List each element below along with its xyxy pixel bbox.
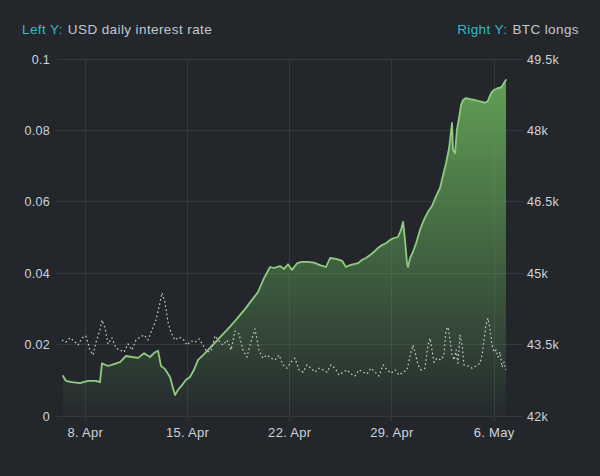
svg-text:8. Apr: 8. Apr — [67, 425, 103, 440]
svg-text:46.5k: 46.5k — [527, 195, 560, 209]
right-axis-tick-labels: 49.5k48k46.5k45k43.5k42k — [527, 53, 560, 424]
chart-header: Left Y:USD daily interest rate Right Y:B… — [22, 22, 579, 37]
svg-text:15. Apr: 15. Apr — [166, 425, 210, 440]
right-axis-title: Right Y:BTC longs — [457, 22, 579, 37]
svg-text:0.1: 0.1 — [32, 53, 50, 67]
right-axis-description: BTC longs — [512, 22, 579, 37]
svg-text:49.5k: 49.5k — [527, 53, 560, 67]
left-axis-key: Left Y: — [22, 22, 63, 37]
svg-text:0: 0 — [43, 410, 50, 424]
svg-text:48k: 48k — [527, 124, 549, 138]
svg-text:42k: 42k — [527, 410, 549, 424]
svg-text:22. Apr: 22. Apr — [268, 425, 312, 440]
left-axis-description: USD daily interest rate — [68, 22, 212, 37]
dual-axis-chart-widget: 0.10.080.060.040.02049.5k48k46.5k45k43.5… — [0, 0, 600, 476]
right-axis-key: Right Y: — [457, 22, 507, 37]
svg-text:43.5k: 43.5k — [527, 338, 560, 352]
svg-text:0.06: 0.06 — [24, 195, 50, 209]
svg-text:29. Apr: 29. Apr — [370, 425, 414, 440]
left-axis-tick-labels: 0.10.080.060.040.020 — [24, 53, 50, 424]
left-axis-title: Left Y:USD daily interest rate — [22, 22, 212, 37]
svg-text:0.02: 0.02 — [24, 338, 50, 352]
svg-text:0.08: 0.08 — [24, 124, 50, 138]
svg-text:6. May: 6. May — [474, 425, 515, 440]
x-axis-tick-labels: 8. Apr15. Apr22. Apr29. Apr6. May — [67, 425, 514, 440]
svg-text:45k: 45k — [527, 267, 549, 281]
svg-text:0.04: 0.04 — [24, 267, 50, 281]
chart-plot-area[interactable]: 0.10.080.060.040.02049.5k48k46.5k45k43.5… — [0, 0, 600, 476]
